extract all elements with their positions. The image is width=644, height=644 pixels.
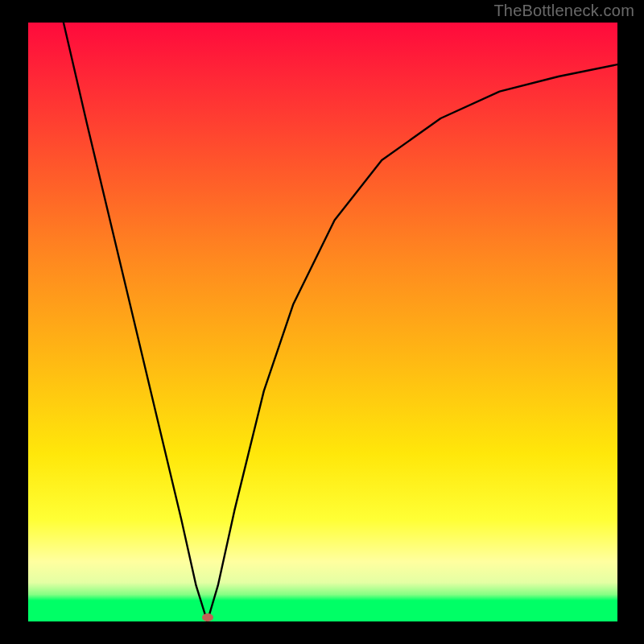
min-point-marker — [202, 613, 213, 621]
chart-frame: TheBottleneck.com — [0, 0, 644, 644]
watermark-text: TheBottleneck.com — [493, 2, 634, 20]
bottleneck-curve — [0, 0, 644, 644]
